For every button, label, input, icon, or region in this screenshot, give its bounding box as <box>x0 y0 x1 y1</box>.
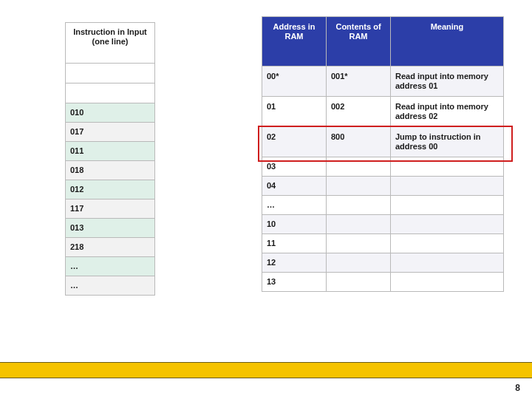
ram-cell-meaning <box>391 234 504 253</box>
ram-cell-contents: 001* <box>327 66 391 97</box>
ram-cell-meaning <box>391 215 504 234</box>
ram-row: 01002Read input into memory address 02 <box>262 97 504 127</box>
ram-cell-meaning <box>391 196 504 215</box>
ram-cell-contents <box>327 157 391 177</box>
instruction-input-cell: … <box>66 276 155 296</box>
page-number: 8 <box>515 383 520 393</box>
ram-cell-meaning <box>391 157 504 177</box>
instruction-input-cell: 218 <box>66 238 155 257</box>
ram-cell-meaning <box>391 273 504 292</box>
ram-cell-meaning: Read input into memory address 02 <box>391 97 504 127</box>
instruction-input-row: 011 <box>66 142 155 161</box>
instruction-input-row: 218 <box>66 238 155 257</box>
slide-footer-bar <box>0 362 532 378</box>
ram-row: 03 <box>262 157 504 177</box>
ram-cell-contents <box>327 253 391 273</box>
ram-cell-contents <box>327 234 391 253</box>
ram-cell-meaning: Read input into memory address 01 <box>391 66 504 97</box>
ram-cell-address: 01 <box>262 97 327 127</box>
instruction-input-cell: 013 <box>66 219 155 238</box>
instruction-input-row: … <box>66 276 155 296</box>
instruction-input-row <box>66 83 155 103</box>
instruction-input-row: 017 <box>66 123 155 142</box>
ram-cell-contents <box>327 273 391 292</box>
instruction-input-cell: … <box>66 257 155 276</box>
ram-row: 11 <box>262 234 504 253</box>
ram-row: 04 <box>262 177 504 196</box>
ram-cell-meaning: Jump to instruction in address 00 <box>391 127 504 157</box>
ram-cell-address: … <box>262 196 327 215</box>
ram-row: … <box>262 196 504 215</box>
ram-row: 00*001*Read input into memory address 01 <box>262 66 504 97</box>
instruction-input-cell: 018 <box>66 161 155 180</box>
instruction-input-cell <box>66 64 155 83</box>
ram-cell-contents: 002 <box>327 97 391 127</box>
instruction-input-row: 012 <box>66 180 155 200</box>
instruction-input-cell: 117 <box>66 200 155 219</box>
ram-cell-address: 02 <box>262 127 327 157</box>
ram-cell-contents <box>327 196 391 215</box>
instruction-input-cell <box>66 83 155 103</box>
ram-cell-address: 10 <box>262 215 327 234</box>
ram-cell-contents: 800 <box>327 127 391 157</box>
instruction-input-row <box>66 64 155 83</box>
ram-cell-meaning <box>391 177 504 196</box>
ram-cell-address: 00* <box>262 66 327 97</box>
ram-cell-meaning <box>391 253 504 273</box>
instruction-input-row: 117 <box>66 200 155 219</box>
instruction-input-row: 018 <box>66 161 155 180</box>
ram-cell-address: 11 <box>262 234 327 253</box>
ram-header-contents: Contents of RAM <box>327 17 391 66</box>
ram-row: 02800Jump to instruction in address 00 <box>262 127 504 157</box>
ram-cell-contents <box>327 177 391 196</box>
instruction-input-table: Instruction in Input (one line) 01001701… <box>65 22 155 296</box>
instruction-input-cell: 011 <box>66 142 155 161</box>
ram-table: Address in RAM Contents of RAM Meaning 0… <box>262 16 504 292</box>
instruction-input-cell: 010 <box>66 103 155 123</box>
ram-cell-address: 03 <box>262 157 327 177</box>
ram-cell-address: 04 <box>262 177 327 196</box>
instruction-input-cell: 012 <box>66 180 155 200</box>
ram-cell-address: 13 <box>262 273 327 292</box>
ram-row: 13 <box>262 273 504 292</box>
instruction-input-header: Instruction in Input (one line) <box>66 23 155 64</box>
instruction-input-row: 013 <box>66 219 155 238</box>
ram-row: 10 <box>262 215 504 234</box>
ram-cell-contents <box>327 215 391 234</box>
instruction-input-row: … <box>66 257 155 276</box>
instruction-input-row: 010 <box>66 103 155 123</box>
ram-header-meaning: Meaning <box>391 17 504 66</box>
ram-row: 12 <box>262 253 504 273</box>
ram-cell-address: 12 <box>262 253 327 273</box>
ram-header-address: Address in RAM <box>262 17 327 66</box>
instruction-input-cell: 017 <box>66 123 155 142</box>
